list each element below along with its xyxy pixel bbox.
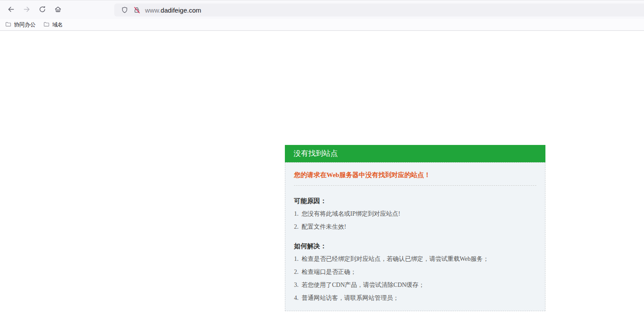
forward-button[interactable]	[20, 3, 33, 17]
error-panel-body: 您的请求在Web服务器中没有找到对应的站点！ 可能原因： 1. 您没有将此域名或…	[285, 162, 545, 311]
folder-icon	[5, 21, 11, 29]
url-prefix: www.	[145, 7, 161, 14]
insecure-lock-icon[interactable]	[131, 4, 143, 16]
folder-icon	[43, 21, 50, 29]
reload-button[interactable]	[35, 3, 49, 17]
bookmark-folder-collab-office[interactable]: 协同办公	[3, 20, 37, 30]
causes-title: 可能原因：	[294, 194, 536, 207]
home-icon	[54, 6, 62, 14]
error-panel: 没有找到站点 您的请求在Web服务器中没有找到对应的站点！ 可能原因： 1. 您…	[285, 145, 545, 311]
cause-item: 1. 您没有将此域名或IP绑定到对应站点!	[294, 207, 536, 220]
forward-arrow-icon	[23, 6, 30, 14]
solution-item: 1. 检查是否已经绑定到对应站点，若确认已绑定，请尝试重载Web服务；	[294, 253, 536, 266]
bookmarks-bar: 协同办公 域名	[0, 19, 644, 31]
error-panel-title: 没有找到站点	[285, 145, 545, 162]
back-arrow-icon	[7, 6, 15, 14]
reload-icon	[39, 6, 46, 14]
bookmark-label: 协同办公	[14, 21, 36, 29]
error-headline: 您的请求在Web服务器中没有找到对应的站点！	[294, 169, 536, 181]
url-text[interactable]: www.dadifeige.com	[145, 7, 201, 14]
shield-icon[interactable]	[119, 4, 131, 16]
cause-item: 2. 配置文件未生效!	[294, 220, 536, 233]
back-button[interactable]	[4, 3, 18, 17]
url-domain: dadifeige.com	[161, 7, 201, 14]
browser-toolbar: www.dadifeige.com	[0, 0, 644, 19]
home-button[interactable]	[51, 3, 65, 17]
page-content: 没有找到站点 您的请求在Web服务器中没有找到对应的站点！ 可能原因： 1. 您…	[0, 31, 644, 322]
dashed-divider	[294, 185, 536, 186]
solutions-title: 如何解决：	[294, 240, 536, 253]
bookmark-folder-domains[interactable]: 域名	[42, 20, 65, 30]
solution-item: 3. 若您使用了CDN产品，请尝试清除CDN缓存；	[294, 279, 536, 292]
solution-item: 4. 普通网站访客，请联系网站管理员；	[294, 292, 536, 305]
bookmark-label: 域名	[52, 21, 63, 29]
address-bar[interactable]: www.dadifeige.com	[114, 3, 644, 16]
browser-window: www.dadifeige.com 协同办公 域名 没有找到站点	[0, 0, 644, 322]
solution-item: 2. 检查端口是否正确；	[294, 266, 536, 279]
